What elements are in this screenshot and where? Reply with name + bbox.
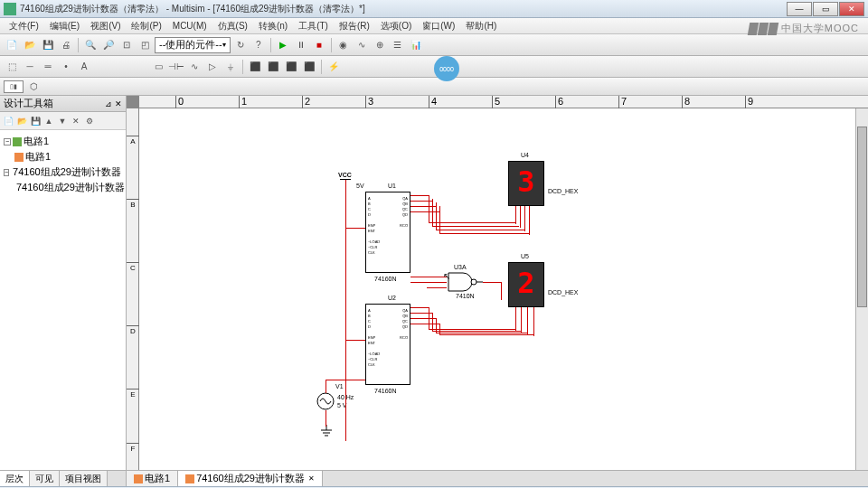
canvas-tab[interactable]: 74160组成29进制计数器✕ [178,471,323,486]
u2-chip[interactable]: ABCDENPENT~LOAD~CLRCLK QAQBQCQDRCO [365,304,410,385]
u5-part: DCD_HEX [548,289,578,296]
stop-icon[interactable]: ■ [311,37,327,53]
u1-ref: U1 [388,183,396,189]
graph-icon[interactable]: 📊 [408,37,424,53]
canvas-tabs: 电路1 74160组成29进制计数器✕ [127,470,868,486]
menu-tools[interactable]: 工具(T) [293,20,334,33]
tree-item: −74160组成29进制计数器（清零法） [4,164,122,180]
tree-open-icon[interactable]: 📂 [15,115,28,127]
sidebar-header: 设计工具箱 ⊿ ✕ [0,96,126,112]
gnd-icon[interactable]: ⏚ [222,59,239,75]
probe-icon[interactable]: ◉ [335,37,352,53]
canvas-tab[interactable]: 电路1 [127,471,178,486]
minimize-button[interactable]: — [787,2,812,16]
tree-down-icon[interactable]: ▼ [56,115,69,127]
zoom-area-icon[interactable]: ◰ [137,37,153,53]
sim-icon[interactable]: ⚡ [326,59,342,75]
meter-icon[interactable]: ⊕ [372,37,388,53]
menu-view[interactable]: 视图(V) [85,20,126,33]
menu-options[interactable]: 选项(O) [375,20,417,33]
cursor-icon: ↖ [443,271,450,281]
menu-simulate[interactable]: 仿真(S) [212,20,253,33]
v1-source[interactable] [316,392,335,410]
bus-icon[interactable]: ═ [40,59,56,75]
r-icon[interactable]: ▭ [150,59,166,75]
zoom-fit-icon[interactable]: ⊡ [118,37,135,53]
toolbar-main: 📄 📂 💾 🖨 🔍 🔎 ⊡ ◰ --使用的元件-- ↻ ? ▶ ⏸ ■ ◉ ∿ … [0,34,868,56]
vcc-val: 5V [356,183,364,189]
u1-chip[interactable]: ABCDENPENT~LOAD~CLRCLK QAQBQCQDRCO [365,192,410,273]
zoom-out-icon[interactable]: 🔎 [100,37,117,53]
scrollbar-vertical[interactable] [855,108,868,470]
text-icon[interactable]: A [76,59,92,75]
ruler-horizontal: 0 1 2 3 4 5 6 7 8 9 [139,96,868,108]
help-icon[interactable]: ? [250,37,267,53]
maximize-button[interactable]: ▭ [813,2,838,16]
u1-part: 74160N [374,276,397,282]
menu-edit[interactable]: 编辑(E) [44,20,85,33]
net-icon[interactable]: ⬡ [25,79,42,95]
l-icon[interactable]: ∿ [186,59,203,75]
u5-ref: U5 [521,253,529,259]
u2-ref: U2 [388,295,396,301]
tree-prop-icon[interactable]: ⚙ [83,115,96,127]
sidetab-project[interactable]: 项目视图 [60,471,108,486]
run-icon[interactable]: ▶ [275,37,291,53]
place-icon[interactable]: ⬚ [4,59,20,75]
ic4-icon[interactable]: ⬛ [301,59,317,75]
u4-ref: U4 [521,152,529,158]
close-button[interactable]: ✕ [839,2,864,16]
new-icon[interactable]: 📄 [4,37,20,53]
nand-gate[interactable] [447,271,483,293]
junction-icon[interactable]: • [58,59,74,75]
pause-icon[interactable]: ⏸ [293,37,309,53]
zoom-in-icon[interactable]: 🔍 [82,37,99,53]
menu-help[interactable]: 帮助(H) [460,20,502,33]
menu-reports[interactable]: 报告(R) [334,20,375,33]
menu-mcu[interactable]: MCU(M) [167,21,212,31]
canvas-area: 0 1 2 3 4 5 6 7 8 9 A B C D E F VCC [127,96,868,486]
open-icon[interactable]: 📂 [22,37,38,53]
ruler-vertical: A B C D E F [127,108,139,470]
ic1-icon[interactable]: ⬛ [247,59,263,75]
tree-new-icon[interactable]: 📄 [2,115,14,127]
bubble-indicator: 0000 [434,56,459,81]
menu-transfer[interactable]: 转换(n) [253,20,293,33]
schematic-canvas[interactable]: VCC 5V U1 ABCDENPENT~LOAD~CLRCLK QAQBQCQ… [139,108,868,470]
app-icon [4,3,16,15]
d-icon[interactable]: ▷ [204,59,221,75]
vcc-label: VCC [338,172,352,178]
scope-icon[interactable]: ∿ [354,37,370,53]
sidebar-toolbar: 📄 📂 💾 ▲ ▼ ✕ ⚙ [0,112,126,130]
wire-icon[interactable]: ─ [22,59,38,75]
sidebar-pin-icon[interactable]: ⊿ ✕ [105,99,122,108]
design-tree[interactable]: −电路1 电路1 −74160组成29进制计数器（清零法） 74160组成29进… [0,130,126,470]
menu-window[interactable]: 窗口(W) [417,20,460,33]
menu-file[interactable]: 文件(F) [4,20,44,33]
tree-up-icon[interactable]: ▲ [42,115,55,127]
v1-ref: V1 [335,383,344,389]
sidetab-visible[interactable]: 可见 [30,471,60,486]
tree-item: −电路1 [4,134,122,149]
sidetab-hierarchy[interactable]: 层次 [0,471,30,486]
refresh-icon[interactable]: ↻ [232,37,249,53]
u3-part: 7410N [456,293,475,299]
tree-del-icon[interactable]: ✕ [70,115,82,127]
menu-draw[interactable]: 绘制(P) [126,20,166,33]
svg-point-0 [471,279,476,285]
tree-save-icon[interactable]: 💾 [29,115,42,127]
print-icon[interactable]: 🖨 [58,37,74,53]
analysis-icon[interactable]: ☰ [390,37,406,53]
component-combo[interactable]: --使用的元件-- [155,37,231,53]
ground-icon[interactable] [320,425,333,437]
ic3-icon[interactable]: ⬛ [283,59,299,75]
u4-display[interactable]: 3 [508,161,544,206]
u4-part: DCD_HEX [548,188,578,194]
c-icon[interactable]: ⊣⊢ [168,59,184,75]
save-icon[interactable]: 💾 [40,37,56,53]
u5-display[interactable]: 2 [508,262,544,307]
switch-icon[interactable]: ▯▮ [4,80,24,93]
u3-ref: U3A [454,264,467,270]
ic2-icon[interactable]: ⬛ [265,59,281,75]
close-tab-icon[interactable]: ✕ [308,474,315,483]
